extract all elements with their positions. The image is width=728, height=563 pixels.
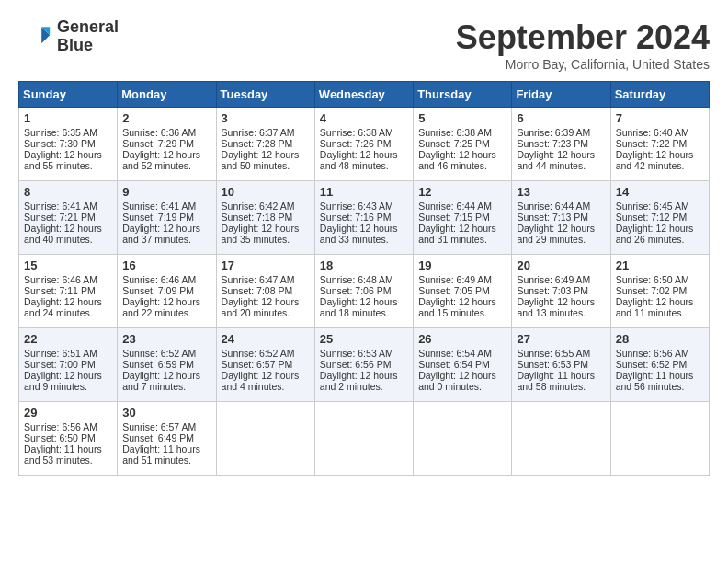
calendar-cell: 20Sunrise: 6:49 AMSunset: 7:03 PMDayligh… xyxy=(512,255,610,328)
calendar-cell xyxy=(414,402,512,476)
location: Morro Bay, California, United States xyxy=(456,57,710,72)
col-sunday: Sunday xyxy=(19,82,118,108)
calendar-cell: 12Sunrise: 6:44 AMSunset: 7:15 PMDayligh… xyxy=(414,181,512,255)
logo: General Blue xyxy=(18,18,119,55)
calendar-cell: 11Sunrise: 6:43 AMSunset: 7:16 PMDayligh… xyxy=(314,181,413,255)
title-block: September 2024 Morro Bay, California, Un… xyxy=(456,18,710,72)
calendar-cell: 10Sunrise: 6:42 AMSunset: 7:18 PMDayligh… xyxy=(216,181,314,255)
page-header: General Blue September 2024 Morro Bay, C… xyxy=(18,18,710,72)
calendar-week-0: 1Sunrise: 6:35 AMSunset: 7:30 PMDaylight… xyxy=(19,108,710,181)
calendar-cell: 27Sunrise: 6:55 AMSunset: 6:53 PMDayligh… xyxy=(512,328,610,402)
calendar-cell: 3Sunrise: 6:37 AMSunset: 7:28 PMDaylight… xyxy=(216,108,314,181)
col-saturday: Saturday xyxy=(610,82,709,108)
calendar-cell: 1Sunrise: 6:35 AMSunset: 7:30 PMDaylight… xyxy=(19,108,118,181)
calendar-cell xyxy=(512,402,610,476)
header-row: Sunday Monday Tuesday Wednesday Thursday… xyxy=(19,82,710,108)
calendar-cell: 8Sunrise: 6:41 AMSunset: 7:21 PMDaylight… xyxy=(19,181,118,255)
col-wednesday: Wednesday xyxy=(314,82,413,108)
calendar-cell: 30Sunrise: 6:57 AMSunset: 6:49 PMDayligh… xyxy=(118,402,216,476)
logo-text: General Blue xyxy=(57,18,119,55)
calendar-cell: 24Sunrise: 6:52 AMSunset: 6:57 PMDayligh… xyxy=(216,328,314,402)
calendar-cell: 15Sunrise: 6:46 AMSunset: 7:11 PMDayligh… xyxy=(19,255,118,328)
calendar-week-3: 22Sunrise: 6:51 AMSunset: 7:00 PMDayligh… xyxy=(19,328,710,402)
calendar-cell: 21Sunrise: 6:50 AMSunset: 7:02 PMDayligh… xyxy=(610,255,709,328)
col-tuesday: Tuesday xyxy=(216,82,314,108)
calendar-cell xyxy=(610,402,709,476)
calendar-cell xyxy=(216,402,314,476)
calendar-cell: 19Sunrise: 6:49 AMSunset: 7:05 PMDayligh… xyxy=(414,255,512,328)
calendar-cell: 2Sunrise: 6:36 AMSunset: 7:29 PMDaylight… xyxy=(118,108,216,181)
calendar-table: Sunday Monday Tuesday Wednesday Thursday… xyxy=(18,81,710,476)
calendar-cell: 6Sunrise: 6:39 AMSunset: 7:23 PMDaylight… xyxy=(512,108,610,181)
month-title: September 2024 xyxy=(456,18,710,57)
calendar-cell xyxy=(314,402,413,476)
calendar-cell: 28Sunrise: 6:56 AMSunset: 6:52 PMDayligh… xyxy=(610,328,709,402)
calendar-cell: 23Sunrise: 6:52 AMSunset: 6:59 PMDayligh… xyxy=(118,328,216,402)
calendar-cell: 7Sunrise: 6:40 AMSunset: 7:22 PMDaylight… xyxy=(610,108,709,181)
col-thursday: Thursday xyxy=(414,82,512,108)
calendar-cell: 5Sunrise: 6:38 AMSunset: 7:25 PMDaylight… xyxy=(414,108,512,181)
calendar-cell: 26Sunrise: 6:54 AMSunset: 6:54 PMDayligh… xyxy=(414,328,512,402)
logo-icon xyxy=(18,20,51,53)
calendar-cell: 4Sunrise: 6:38 AMSunset: 7:26 PMDaylight… xyxy=(314,108,413,181)
calendar-week-2: 15Sunrise: 6:46 AMSunset: 7:11 PMDayligh… xyxy=(19,255,710,328)
calendar-cell: 18Sunrise: 6:48 AMSunset: 7:06 PMDayligh… xyxy=(314,255,413,328)
calendar-cell: 14Sunrise: 6:45 AMSunset: 7:12 PMDayligh… xyxy=(610,181,709,255)
calendar-cell: 13Sunrise: 6:44 AMSunset: 7:13 PMDayligh… xyxy=(512,181,610,255)
calendar-cell: 22Sunrise: 6:51 AMSunset: 7:00 PMDayligh… xyxy=(19,328,118,402)
calendar-cell: 25Sunrise: 6:53 AMSunset: 6:56 PMDayligh… xyxy=(314,328,413,402)
calendar-cell: 17Sunrise: 6:47 AMSunset: 7:08 PMDayligh… xyxy=(216,255,314,328)
calendar-cell: 16Sunrise: 6:46 AMSunset: 7:09 PMDayligh… xyxy=(118,255,216,328)
calendar-cell: 9Sunrise: 6:41 AMSunset: 7:19 PMDaylight… xyxy=(118,181,216,255)
calendar-week-1: 8Sunrise: 6:41 AMSunset: 7:21 PMDaylight… xyxy=(19,181,710,255)
calendar-cell: 29Sunrise: 6:56 AMSunset: 6:50 PMDayligh… xyxy=(19,402,118,476)
calendar-week-4: 29Sunrise: 6:56 AMSunset: 6:50 PMDayligh… xyxy=(19,402,710,476)
col-monday: Monday xyxy=(118,82,216,108)
col-friday: Friday xyxy=(512,82,610,108)
